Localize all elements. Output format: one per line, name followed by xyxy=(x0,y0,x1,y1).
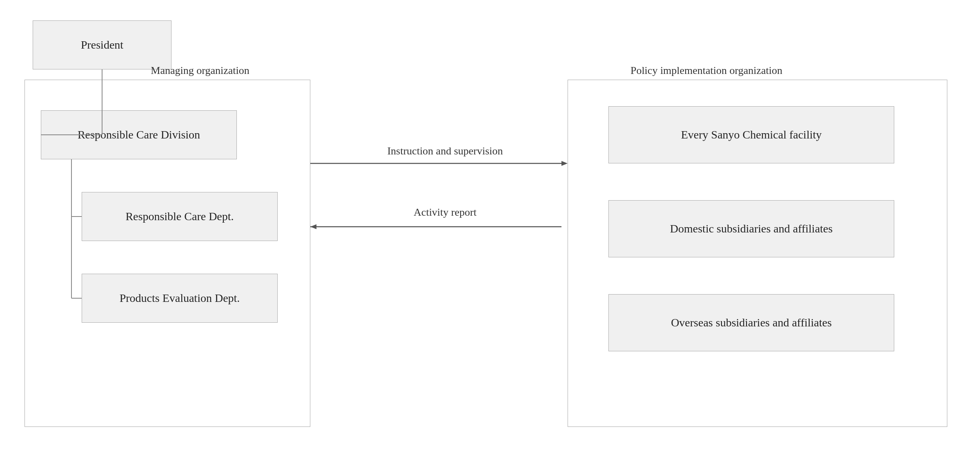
rc-division-box: Responsible Care Division xyxy=(41,110,237,159)
pe-dept-label: Products Evaluation Dept. xyxy=(120,290,240,306)
domestic-box: Domestic subsidiaries and affiliates xyxy=(608,200,894,257)
svg-marker-6 xyxy=(561,161,568,166)
domestic-label: Domestic subsidiaries and affiliates xyxy=(670,221,833,237)
president-box: President xyxy=(33,20,172,69)
overseas-label: Overseas subsidiaries and affiliates xyxy=(671,315,832,330)
svg-marker-8 xyxy=(310,224,316,229)
president-label: President xyxy=(81,37,123,53)
managing-org-label: Managing organization xyxy=(118,65,282,77)
sanyo-facility-label: Every Sanyo Chemical facility xyxy=(681,127,822,143)
diagram-container: President Managing organization Policy i… xyxy=(0,0,980,451)
instruction-label: Instruction and supervision xyxy=(323,145,568,157)
sanyo-facility-box: Every Sanyo Chemical facility xyxy=(608,106,894,163)
activity-report-label: Activity report xyxy=(323,206,568,219)
pe-dept-box: Products Evaluation Dept. xyxy=(82,274,278,323)
policy-org-label: Policy implementation organization xyxy=(584,65,829,77)
rc-dept-box: Responsible Care Dept. xyxy=(82,192,278,241)
rc-division-label: Responsible Care Division xyxy=(78,127,200,143)
overseas-box: Overseas subsidiaries and affiliates xyxy=(608,294,894,351)
rc-dept-label: Responsible Care Dept. xyxy=(125,208,234,224)
